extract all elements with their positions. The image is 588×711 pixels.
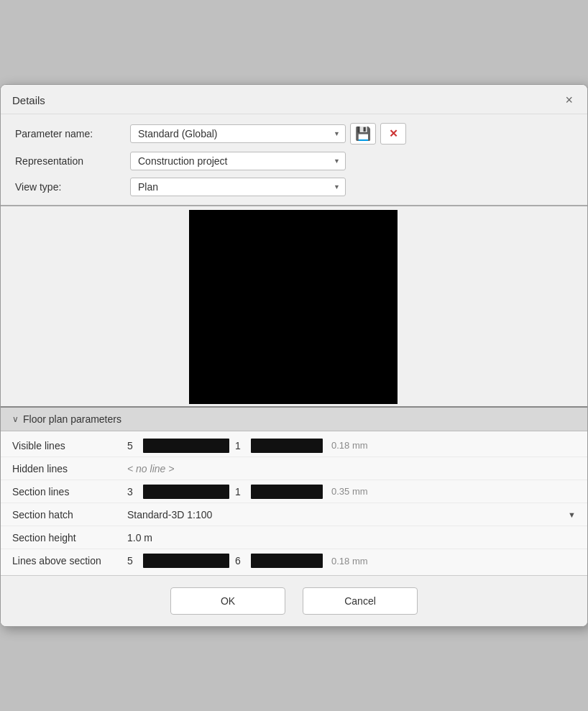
details-dialog: Details × Parameter name: Standard (Glob… <box>0 84 588 627</box>
section-height-text: 1.0 m <box>127 532 152 543</box>
section-hatch-value[interactable]: Standard-3D 1:100 ▼ <box>127 509 576 520</box>
section-lines-bar1 <box>143 485 229 499</box>
lines-above-section-row: Lines above section 5 6 0.18 mm <box>1 549 587 572</box>
view-type-label: View type: <box>15 181 130 193</box>
preview-image <box>189 210 398 404</box>
hidden-lines-label: Hidden lines <box>12 463 127 474</box>
section-lines-label: Section lines <box>12 486 127 497</box>
visible-lines-label: Visible lines <box>12 440 127 451</box>
representation-controls: Construction project <box>130 152 573 170</box>
representation-select[interactable]: Construction project <box>130 152 346 170</box>
lines-above-bar1 <box>143 554 229 568</box>
param-name-label: Parameter name: <box>15 128 130 139</box>
section-hatch-label: Section hatch <box>12 509 127 520</box>
save-button[interactable]: 💾 <box>350 123 376 145</box>
lines-above-num1: 5 <box>127 555 137 566</box>
param-name-controls: Standard (Global) 💾 ✕ <box>130 123 573 145</box>
visible-lines-row: Visible lines 5 1 0.18 mm <box>1 434 587 457</box>
preview-area <box>1 206 587 408</box>
representation-row: Representation Construction project <box>15 152 573 170</box>
section-lines-bar2 <box>251 485 323 499</box>
lines-above-section-label: Lines above section <box>12 555 127 566</box>
collapse-chevron-icon: ∨ <box>12 414 19 424</box>
view-type-controls: Plan <box>130 178 573 196</box>
visible-lines-mm: 0.18 mm <box>331 440 368 451</box>
section-hatch-text: Standard-3D 1:100 <box>127 509 212 520</box>
visible-lines-num2: 1 <box>235 440 245 451</box>
param-name-select[interactable]: Standard (Global) <box>130 124 346 143</box>
view-type-row: View type: Plan <box>15 178 573 196</box>
close-button[interactable]: × <box>562 92 576 108</box>
section-lines-value: 3 1 0.35 mm <box>127 485 576 499</box>
lines-above-num2: 6 <box>235 555 245 566</box>
title-bar: Details × <box>1 85 587 114</box>
representation-label: Representation <box>15 155 130 167</box>
floor-plan-section-header[interactable]: ∨ Floor plan parameters <box>1 408 587 431</box>
params-area: Visible lines 5 1 0.18 mm Hidden lines <… <box>1 431 587 575</box>
delete-icon: ✕ <box>389 127 398 140</box>
hidden-lines-row: Hidden lines < no line > <box>1 457 587 480</box>
delete-button[interactable]: ✕ <box>380 123 406 145</box>
lines-above-bar2 <box>251 554 323 568</box>
section-lines-num1: 3 <box>127 486 137 497</box>
visible-lines-bar1 <box>143 439 229 453</box>
section-lines-row: Section lines 3 1 0.35 mm <box>1 480 587 503</box>
param-name-dropdown-wrapper: Standard (Global) <box>130 124 346 143</box>
view-type-dropdown-wrapper: Plan <box>130 178 346 196</box>
section-height-row: Section height 1.0 m <box>1 526 587 549</box>
section-lines-num2: 1 <box>235 486 245 497</box>
visible-lines-num1: 5 <box>127 440 137 451</box>
section-height-label: Section height <box>12 532 127 543</box>
section-hatch-row: Section hatch Standard-3D 1:100 ▼ <box>1 503 587 526</box>
lines-above-section-value: 5 6 0.18 mm <box>127 554 576 568</box>
visible-lines-bar2 <box>251 439 323 453</box>
hidden-lines-value: < no line > <box>127 463 576 474</box>
section-height-value: 1.0 m <box>127 532 576 543</box>
section-lines-mm: 0.35 mm <box>331 486 368 497</box>
representation-dropdown-wrapper: Construction project <box>130 152 346 170</box>
param-name-row: Parameter name: Standard (Global) 💾 ✕ <box>15 123 573 145</box>
visible-lines-value: 5 1 0.18 mm <box>127 439 576 453</box>
dialog-title: Details <box>12 94 45 106</box>
no-line-text: < no line > <box>127 463 174 474</box>
lines-above-mm: 0.18 mm <box>331 556 368 566</box>
cancel-button[interactable]: Cancel <box>303 587 418 615</box>
header-area: Parameter name: Standard (Global) 💾 ✕ Re… <box>1 114 587 206</box>
section-title: Floor plan parameters <box>23 413 121 425</box>
section-hatch-chevron-icon: ▼ <box>568 510 576 519</box>
footer: OK Cancel <box>1 575 587 626</box>
save-icon: 💾 <box>355 126 371 142</box>
ok-button[interactable]: OK <box>170 587 285 615</box>
view-type-select[interactable]: Plan <box>130 178 346 196</box>
